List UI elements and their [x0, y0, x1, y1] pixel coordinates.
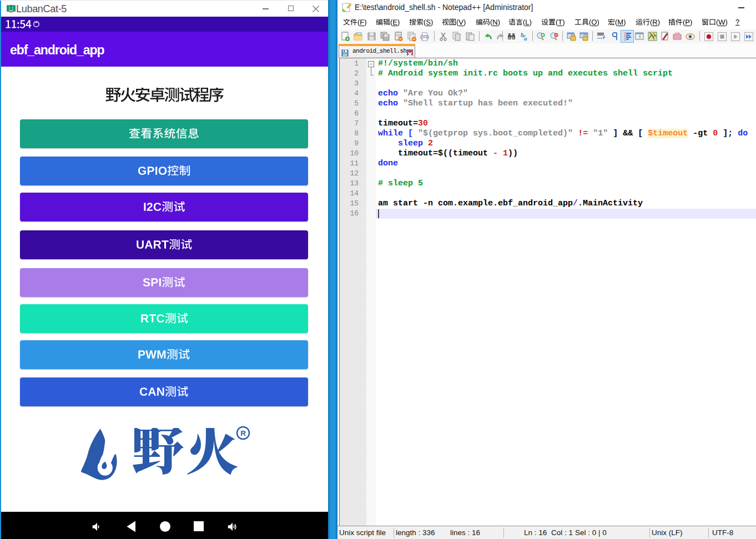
- svg-text:R: R: [240, 429, 246, 437]
